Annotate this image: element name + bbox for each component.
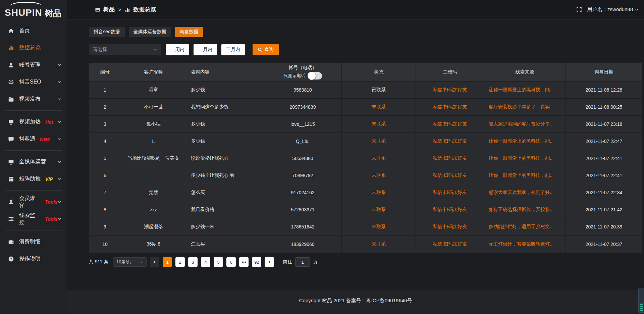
cell-qrcode[interactable]: 私信 扫码加好友 bbox=[416, 150, 484, 167]
cell-source[interactable]: 让你一眼就爱上的黑科技，能... bbox=[484, 133, 566, 150]
prev-page-button[interactable] bbox=[150, 257, 159, 267]
cell-qrcode[interactable]: 私信 扫码加好友 bbox=[416, 116, 484, 133]
tab-inquiry-data[interactable]: 询盘数据 bbox=[175, 27, 203, 37]
range-button[interactable]: 三月内 bbox=[221, 44, 245, 55]
inquiry-table: 编号客户昵称咨询内容帐号（电话）只显示电话状态二维码线索来源询盘日期1哦章多少钱… bbox=[89, 62, 642, 253]
chevron-down-icon bbox=[57, 160, 62, 164]
cell-date: 2021-11-07 20:39 bbox=[566, 218, 642, 235]
video-publish-icon bbox=[8, 96, 14, 102]
sidebar-item-home[interactable]: 首页 bbox=[0, 22, 67, 39]
sidebar-item-video-publish[interactable]: 视频发布 bbox=[0, 91, 67, 108]
cell-source[interactable]: 感谢大家喜欢我家，被问了好... bbox=[484, 184, 566, 201]
cell-date: 2021-11-07 23:18 bbox=[566, 116, 642, 133]
sidebar-item-matrix-boost[interactable]: 矩阵助推VIP bbox=[0, 170, 67, 188]
sidebar-item-label: 线索监控 bbox=[19, 212, 40, 226]
quick-range-group: 一周内一月内三月内 bbox=[161, 44, 245, 55]
cell-no: 5 bbox=[89, 150, 121, 167]
chevron-down-icon bbox=[57, 80, 62, 84]
sidebar: SHUPIN 树品 首页数据总览账号管理抖音SEO视频发布视频加热Hot抖客通N… bbox=[0, 0, 67, 314]
sidebar-item-spend-detail[interactable]: 消费明细 bbox=[0, 233, 67, 250]
service-widget[interactable] bbox=[638, 288, 644, 313]
fullscreen-icon[interactable] bbox=[576, 7, 582, 12]
phone-only-toggle[interactable] bbox=[308, 72, 322, 80]
page-size-value: 10条/页 bbox=[116, 259, 131, 265]
page-button-4[interactable]: 4 bbox=[201, 257, 210, 267]
question-icon: ? bbox=[8, 256, 14, 262]
table-row: 6多少钱？让我死心 看70898792未联系私信 扫码加好友让你一眼就爱上的黑科… bbox=[89, 167, 642, 184]
cell-source[interactable]: 客厅安装投影半年多了，真实... bbox=[484, 99, 566, 115]
cell-status-text: 已联系 bbox=[372, 87, 386, 93]
page-button-92[interactable]: 92 bbox=[252, 257, 261, 267]
cell-date: 2021-11-07 22:47 bbox=[566, 133, 642, 150]
cell-qrcode[interactable]: 私信 扫码加好友 bbox=[416, 167, 484, 184]
cell-account: 70898792 bbox=[264, 167, 342, 184]
sidebar-item-account-manage[interactable]: 账号管理 bbox=[0, 56, 67, 73]
cell-date-text: 2021-11-07 21:42 bbox=[586, 207, 623, 212]
cell-qrcode[interactable]: 私信 扫码加好友 bbox=[416, 99, 484, 115]
cell-qrcode[interactable]: 私信 扫码加好友 bbox=[416, 201, 484, 218]
cell-no: 10 bbox=[89, 235, 121, 253]
sidebar-item-clue-monitor[interactable]: 线索监控Tools bbox=[0, 210, 67, 227]
range-button[interactable]: 一周内 bbox=[166, 44, 189, 55]
user-dropdown[interactable]: 用户名：zswodun88 bbox=[587, 6, 639, 13]
phone-only-control: 只显示电话 bbox=[284, 72, 322, 80]
range-button[interactable]: 一月内 bbox=[194, 44, 217, 55]
cell-qrcode[interactable]: 私信 扫码加好友 bbox=[416, 184, 484, 201]
cell-source[interactable]: 让你一眼就爱上的黑科技，能... bbox=[484, 150, 566, 167]
filter-select[interactable]: 请选择 bbox=[89, 44, 161, 55]
cell-qrcode[interactable]: 私信 扫码加好友 bbox=[416, 82, 484, 98]
sidebar-item-label: 会员爆客 bbox=[19, 195, 40, 209]
chevron-down-icon bbox=[57, 177, 62, 181]
page-button-3[interactable]: 3 bbox=[188, 257, 198, 267]
cell-qrcode-text: 私信 扫码加好友 bbox=[433, 241, 467, 247]
cell-source[interactable]: 让你一眼就爱上的黑科技，能... bbox=[484, 82, 566, 98]
cell-source[interactable]: 让你一眼就爱上的黑科技，能... bbox=[484, 167, 566, 184]
cell-nickname: 狐小狸 bbox=[121, 116, 186, 133]
cell-source-text: 让你一眼就爱上的黑科技，能... bbox=[489, 87, 554, 93]
cell-qrcode[interactable]: 私信 扫码加好友 bbox=[416, 235, 484, 253]
cell-no-text: 3 bbox=[104, 121, 106, 127]
cell-account: 572803371 bbox=[264, 201, 342, 218]
brand-logo[interactable]: SHUPIN 树品 bbox=[0, 0, 67, 21]
table-header-row: 编号客户昵称咨询内容帐号（电话）只显示电话状态二维码线索来源询盘日期 bbox=[89, 63, 642, 82]
cell-account: 50534380 bbox=[264, 150, 342, 167]
cell-nickname: 哦章 bbox=[121, 82, 186, 98]
next-page-button[interactable] bbox=[265, 257, 274, 267]
chevron-left-icon bbox=[153, 260, 157, 264]
page-button-6[interactable]: 6 bbox=[226, 257, 236, 267]
goto-page-input[interactable] bbox=[295, 257, 310, 267]
tab-omni-media-data[interactable]: 全媒体运营数据 bbox=[129, 27, 171, 37]
page-button-1[interactable]: 1 bbox=[163, 257, 172, 267]
cell-qrcode[interactable]: 私信 扫码加好友 bbox=[416, 133, 484, 150]
cell-qrcode[interactable]: 私信 扫码加好友 bbox=[416, 218, 484, 235]
table-row: 9潮起潮落多少钱一米178651642未联系私信 扫码加好友多功能护栏灯，适用于… bbox=[89, 218, 642, 235]
tab-douyin-seo-data[interactable]: 抖音seo数据 bbox=[89, 27, 125, 37]
cell-source[interactable]: 如何正确选择投影仪，买投影... bbox=[484, 201, 566, 218]
cell-content: 多少钱 bbox=[186, 82, 264, 98]
page-ellipsis-button[interactable]: ••• bbox=[239, 257, 249, 267]
sidebar-item-omni-media[interactable]: 全媒体运营 bbox=[0, 153, 67, 170]
main-column: 树品 > 数据总览 用户名：zswodun88 抖音seo数据全媒体运营数据询盘… bbox=[67, 0, 644, 314]
cell-source[interactable]: 无主灯设计，智能磁吸轨道灯... bbox=[484, 235, 566, 253]
cell-date-text: 2021-11-07 23:18 bbox=[586, 121, 623, 127]
breadcrumb-item-brand[interactable]: 树品 bbox=[103, 6, 115, 13]
page-size-select[interactable]: 10条/页 bbox=[113, 257, 147, 267]
page-button-2[interactable]: 2 bbox=[175, 257, 185, 267]
cell-source-text: 让你一眼就爱上的黑科技，能... bbox=[489, 138, 554, 144]
query-button[interactable]: 查询 bbox=[253, 44, 279, 55]
page-button-5[interactable]: 5 bbox=[214, 257, 223, 267]
sidebar-item-badge: New bbox=[40, 137, 50, 142]
sidebar-item-help[interactable]: ?操作说明 bbox=[0, 250, 67, 267]
cell-source[interactable]: 多功能护栏灯，适用于乡村文... bbox=[484, 218, 566, 235]
page-buttons: 123456•••92 bbox=[159, 257, 261, 267]
cell-no-text: 2 bbox=[104, 104, 106, 110]
cell-status: 未联系 bbox=[342, 184, 416, 201]
cell-source[interactable]: 被大家追着问的客厅投影分享... bbox=[484, 116, 566, 133]
sidebar-item-douketong[interactable]: 抖客通New bbox=[0, 130, 67, 148]
search-icon bbox=[258, 47, 262, 52]
sidebar-item-video-heat[interactable]: 视频加热Hot bbox=[0, 113, 67, 130]
sidebar-item-douyin-seo[interactable]: 抖音SEO bbox=[0, 73, 67, 91]
cell-no-text: 1 bbox=[104, 87, 106, 93]
sidebar-item-data-overview[interactable]: 数据总览 bbox=[0, 39, 67, 56]
sidebar-item-member-boom[interactable]: 会员爆客Tools bbox=[0, 193, 67, 210]
